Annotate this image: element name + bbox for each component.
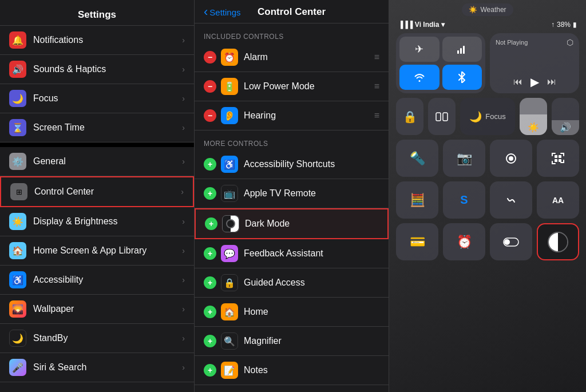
scan-tile[interactable] xyxy=(537,140,579,177)
dark-mode-cc-tile[interactable] xyxy=(537,223,579,260)
carrier-name: Vi India xyxy=(415,21,439,29)
siri-icon: 🎤 xyxy=(9,359,26,376)
flashlight-tile[interactable]: 🔦 xyxy=(396,140,438,177)
battery-icon: ▮ xyxy=(573,21,577,29)
camera-tile[interactable]: 📷 xyxy=(443,140,485,177)
chevron-icon: › xyxy=(182,334,185,343)
chevron-icon: › xyxy=(182,363,185,372)
svg-rect-2 xyxy=(463,46,465,54)
minus-button[interactable]: − xyxy=(204,80,216,93)
accessibility-shortcuts-icon: ♿ xyxy=(221,156,238,173)
settings-list: 🔔 Notifications › 🔊 Sounds & Haptics › 🌙… xyxy=(0,26,194,388)
dark-mode-light-half xyxy=(549,233,558,251)
drag-handle[interactable]: ≡ xyxy=(374,110,379,121)
mirror-tile[interactable] xyxy=(428,98,456,135)
cc-item-dark-mode[interactable]: + Dark Mode xyxy=(195,208,389,239)
settings-item-screen-time[interactable]: ⌛ Screen Time › xyxy=(0,113,194,142)
item-label: Notifications xyxy=(33,35,182,45)
cc-item-hearing[interactable]: − 👂 Hearing ≡ xyxy=(195,101,389,130)
settings-item-standby[interactable]: 🌙 StandBy › xyxy=(0,324,194,353)
item-label: Focus xyxy=(33,93,182,104)
back-button[interactable]: Settings xyxy=(204,6,241,18)
cc-item-apple-tv[interactable]: + 📺 Apple TV Remote xyxy=(195,179,389,208)
minus-button[interactable]: − xyxy=(204,51,216,64)
focus-moon-icon: 🌙 xyxy=(469,110,482,123)
row1: ✈ Not Playing ⬡ xyxy=(396,33,579,93)
chevron-icon: › xyxy=(182,304,185,314)
cc-list: INCLUDED CONTROLS − ⏰ Alarm ≡ − 🔋 Low Po… xyxy=(195,23,389,386)
settings-item-display[interactable]: ☀️ Display & Brightness › xyxy=(0,207,194,236)
clock-tile[interactable]: ⏰ xyxy=(443,223,485,260)
settings-item-faceid[interactable]: 👤 Face ID & Passcode › xyxy=(0,382,194,388)
settings-item-general[interactable]: ⚙️ General › xyxy=(0,147,194,176)
section-divider xyxy=(0,142,194,147)
item-label: Siri & Search xyxy=(33,362,182,373)
plus-button[interactable]: + xyxy=(204,364,216,377)
item-label: Notes xyxy=(244,365,379,375)
plus-button[interactable]: + xyxy=(204,335,216,347)
status-right: ↑ 38% ▮ xyxy=(551,21,577,29)
settings-item-accessibility[interactable]: ♿ Accessibility › xyxy=(0,266,194,295)
settings-item-home-screen[interactable]: 🏠 Home Screen & App Library › xyxy=(0,236,194,266)
shazam-tile[interactable]: S xyxy=(443,181,485,219)
calculator-tile[interactable]: 🧮 xyxy=(396,181,438,219)
home-screen-icon: 🏠 xyxy=(9,242,26,259)
voice-memo-tile[interactable] xyxy=(490,181,532,219)
lock-rotation-tile[interactable]: 🔒 xyxy=(396,98,423,135)
wallet-tile[interactable]: 💳 xyxy=(396,223,438,260)
airplane-tile[interactable]: ✈ xyxy=(399,37,440,62)
cc-item-magnifier[interactable]: + 🔍 Magnifier xyxy=(195,327,389,356)
cc-item-alarm[interactable]: − ⏰ Alarm ≡ xyxy=(195,43,389,72)
media-block[interactable]: Not Playing ⬡ ⏮ ▶ ⏭ xyxy=(490,33,579,93)
settings-title: Settings xyxy=(9,9,185,21)
settings-item-sounds[interactable]: 🔊 Sounds & Haptics › xyxy=(0,55,194,84)
settings-panel: Settings 🔔 Notifications › 🔊 Sounds & Ha… xyxy=(0,0,195,392)
toggle-tile[interactable] xyxy=(490,223,532,260)
control-center-header: Settings Control Center xyxy=(195,0,389,23)
volume-tile[interactable]: 🔊 xyxy=(552,98,579,135)
settings-item-siri[interactable]: 🎤 Siri & Search › xyxy=(0,353,194,382)
standby-icon: 🌙 xyxy=(9,330,26,347)
cc-item-notes[interactable]: + 📝 Notes xyxy=(195,356,389,385)
plus-button[interactable]: + xyxy=(204,187,216,200)
plus-button[interactable]: + xyxy=(204,247,216,260)
drag-handle[interactable]: ≡ xyxy=(374,81,379,92)
plus-button[interactable]: + xyxy=(204,306,216,318)
cc-item-home[interactable]: + 🏠 Home xyxy=(195,298,389,327)
wallpaper-icon: 🌄 xyxy=(9,300,26,318)
connectivity-block[interactable]: ✈ xyxy=(396,33,485,93)
settings-item-control-center[interactable]: ⊞ Control Center › xyxy=(0,176,194,207)
cc-item-low-power[interactable]: − 🔋 Low Power Mode ≡ xyxy=(195,72,389,101)
cc-item-feedback[interactable]: + 💬 Feedback Assistant xyxy=(195,239,389,268)
weather-icon: ☀️ xyxy=(469,6,477,14)
apple-tv-icon: 📺 xyxy=(221,185,238,202)
plus-button[interactable]: + xyxy=(204,158,216,171)
cellular-tile[interactable] xyxy=(442,37,482,62)
svg-point-13 xyxy=(504,239,510,245)
plus-button[interactable]: + xyxy=(204,276,216,289)
prev-track-icon[interactable]: ⏮ xyxy=(513,77,522,87)
chevron-icon: › xyxy=(182,157,185,166)
brightness-tile[interactable]: ☀️ xyxy=(520,98,547,135)
item-label: Screen Time xyxy=(33,122,182,133)
portrait-tile[interactable] xyxy=(490,140,532,177)
alarm-icon: ⏰ xyxy=(221,49,238,66)
cc-item-quick-note[interactable]: + ⚡ Quick Note xyxy=(195,385,389,386)
bluetooth-tile[interactable] xyxy=(442,65,482,90)
settings-item-wallpaper[interactable]: 🌄 Wallpaper › xyxy=(0,295,194,324)
connectivity-grid: ✈ xyxy=(399,37,482,90)
airplay-icon[interactable]: ⬡ xyxy=(567,38,573,47)
plus-button[interactable]: + xyxy=(205,217,217,230)
settings-item-focus[interactable]: 🌙 Focus › xyxy=(0,84,194,113)
minus-button[interactable]: − xyxy=(204,109,216,122)
focus-tile[interactable]: 🌙 Focus xyxy=(460,98,515,135)
item-label: Hearing xyxy=(244,110,374,121)
play-icon[interactable]: ▶ xyxy=(530,75,539,89)
cc-item-accessibility-shortcuts[interactable]: + ♿ Accessibility Shortcuts xyxy=(195,150,389,179)
text-size-tile[interactable]: AA xyxy=(537,181,579,219)
cc-item-guided-access[interactable]: + 🔒 Guided Access xyxy=(195,268,389,298)
settings-item-notifications[interactable]: 🔔 Notifications › xyxy=(0,26,194,55)
drag-handle[interactable]: ≡ xyxy=(374,52,379,62)
wifi-tile[interactable] xyxy=(399,65,440,90)
next-track-icon[interactable]: ⏭ xyxy=(547,77,556,87)
